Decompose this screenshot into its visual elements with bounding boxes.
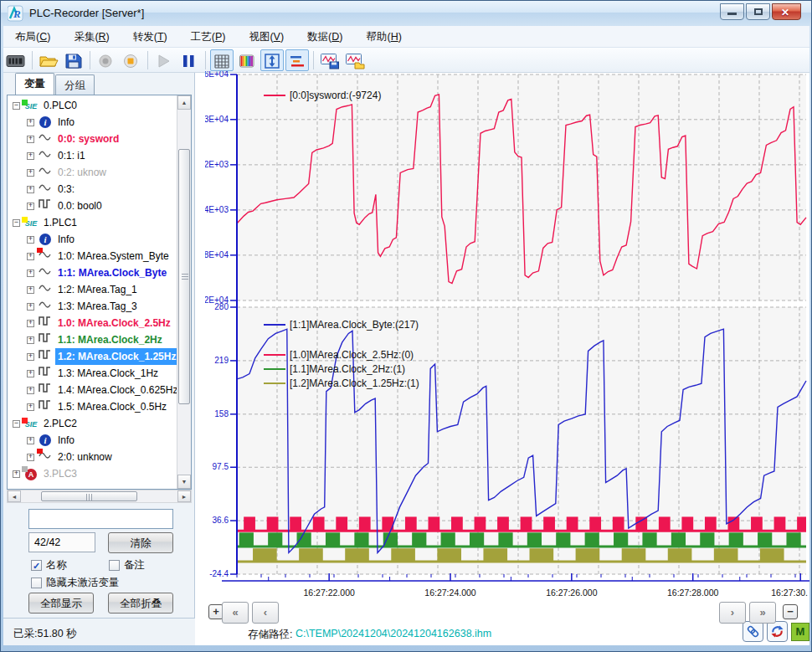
pause-icon[interactable] [177, 49, 201, 71]
fit-vertical-icon[interactable] [260, 49, 284, 71]
tree-item[interactable]: +1.1: MArea.Clock_2Hz [8, 331, 178, 348]
scroll-down-button[interactable]: ▼ [177, 475, 191, 489]
m-button[interactable]: M [791, 623, 809, 641]
tab-groups[interactable]: 分组 [55, 74, 95, 95]
expand-expander-icon[interactable]: + [27, 253, 34, 260]
tree-item[interactable]: +2:0: unknow [8, 449, 178, 465]
tree-item[interactable]: +iInfo [8, 432, 178, 449]
scroll-left-button[interactable]: ◄ [8, 490, 21, 502]
tree-item[interactable]: +1:0: MArea.System_Byte [8, 248, 178, 264]
collapse-expander-icon[interactable]: − [13, 219, 20, 227]
tree-item[interactable]: +1.2: MArea.Clock_1.25Hz [8, 348, 178, 365]
tree-item[interactable]: +1:3: MArea.Tag_3 [8, 298, 178, 315]
restore-button[interactable] [746, 3, 770, 20]
expand-expander-icon[interactable]: + [27, 270, 34, 277]
vertical-scroll-thumb[interactable] [178, 149, 190, 404]
expand-expander-icon[interactable]: + [27, 303, 34, 311]
expand-expander-icon[interactable]: + [27, 437, 34, 444]
link-button[interactable] [743, 621, 763, 642]
zoom-out-button[interactable]: − [783, 604, 798, 619]
tree-item[interactable]: +1.0: MArea.Clock_2.5Hz [8, 315, 178, 331]
search-input[interactable] [28, 509, 173, 529]
expand-expander-icon[interactable]: + [27, 336, 34, 344]
tree-item[interactable]: +iInfo [8, 114, 178, 131]
expand-expander-icon[interactable]: + [27, 236, 34, 244]
tree-item[interactable]: +iInfo [8, 231, 178, 248]
title-bar[interactable]: R PLC-Recorder [Server*] ✕ [1, 1, 812, 26]
tree-item[interactable]: +1.3: MArea.Clock_1Hz [8, 365, 178, 382]
tree-item[interactable]: +1.4: MArea.Clock_0.625Hz [8, 382, 178, 398]
close-button[interactable]: ✕ [772, 3, 801, 20]
menu-item-forward[interactable]: 转发(T) [121, 26, 179, 48]
name-checkbox[interactable]: ✓名称 [31, 558, 67, 572]
remark-checkbox[interactable]: 备注 [109, 558, 145, 572]
export-curves-icon[interactable] [343, 49, 367, 71]
tree-item[interactable]: +1:2: MArea.Tag_1 [8, 281, 178, 298]
tree-item[interactable]: −SIE1.PLC1 [8, 214, 178, 231]
palette-icon[interactable] [235, 49, 259, 71]
tree-vertical-scrollbar[interactable]: ▲ ▼ [177, 95, 191, 489]
menu-item-process[interactable]: 工艺(P) [179, 26, 238, 48]
save-curves-icon[interactable] [318, 49, 342, 71]
expand-expander-icon[interactable]: + [27, 203, 34, 210]
page-left-button[interactable]: ‹ [252, 602, 279, 624]
stop-icon[interactable] [120, 49, 143, 71]
tree-item[interactable]: +0:1: i1 [8, 147, 178, 164]
tree-item[interactable]: +1.5: MArea.Clock_0.5Hz [8, 398, 178, 415]
menu-item-layout[interactable]: 布局(C) [3, 26, 62, 48]
collapse-all-button[interactable]: 全部折叠 [108, 593, 173, 613]
menu-item-help[interactable]: 帮助(H) [354, 26, 413, 48]
scroll-up-button[interactable]: ▲ [177, 95, 191, 110]
play-icon[interactable] [152, 49, 176, 71]
open-folder-icon[interactable] [37, 49, 60, 71]
expand-expander-icon[interactable]: + [27, 454, 34, 461]
plc-panel-icon[interactable] [4, 49, 28, 71]
charts-svg[interactable]: 3.76E+042.23E+046.92E+03-8.44E+03-2.38E+… [205, 71, 809, 602]
menu-item-view[interactable]: 视图(V) [237, 26, 296, 48]
hide-inactive-checkbox[interactable]: 隐藏未激活变量 [31, 576, 120, 590]
expand-expander-icon[interactable]: + [27, 387, 34, 394]
expand-expander-icon[interactable]: + [27, 353, 34, 361]
tree-item[interactable]: +0:0: sysword [8, 131, 178, 147]
tree-item[interactable]: +0:3: [8, 181, 178, 198]
collapse-expander-icon[interactable]: − [13, 420, 20, 428]
expand-expander-icon[interactable]: + [27, 286, 34, 294]
tree-horizontal-scrollbar[interactable]: ◄ ► [7, 490, 192, 503]
tree-item[interactable]: +0.0: bool0 [8, 198, 178, 214]
expand-expander-icon[interactable]: + [27, 186, 34, 193]
expand-expander-icon[interactable]: + [27, 119, 34, 126]
save-icon[interactable] [62, 49, 85, 71]
expand-expander-icon[interactable]: + [27, 152, 34, 160]
menu-item-acquisition[interactable]: 采集(R) [62, 26, 121, 48]
expand-expander-icon[interactable]: + [27, 136, 34, 143]
page-left-fast-button[interactable]: « [222, 602, 249, 624]
expand-expander-icon[interactable]: + [27, 370, 34, 377]
curves-layout-icon[interactable] [285, 49, 309, 71]
elapsed-time: 已采:51.80 秒 [13, 627, 77, 641]
svg-text:-24.4: -24.4 [209, 569, 229, 578]
show-all-button[interactable]: 全部显示 [28, 593, 94, 613]
menu-item-data[interactable]: 数据(D) [296, 26, 354, 48]
tree-item[interactable]: +1:1: MArea.Clock_Byte [8, 264, 178, 281]
tree-item[interactable]: −SIE0.PLC0 [8, 97, 178, 114]
tree-item[interactable]: +A3.PLC3 [8, 465, 178, 482]
scroll-right-button[interactable]: ► [177, 490, 191, 502]
expand-expander-icon[interactable]: + [27, 403, 34, 411]
page-right-button[interactable]: › [719, 602, 746, 624]
chart-plot-area[interactable]: 3.76E+042.23E+046.92E+03-8.44E+03-2.38E+… [205, 71, 809, 602]
sync-button[interactable] [767, 621, 788, 642]
record-icon[interactable] [95, 49, 118, 71]
minimize-button[interactable] [720, 3, 744, 20]
close-icon: ✕ [781, 7, 789, 18]
expand-expander-icon[interactable]: + [13, 470, 20, 478]
tree-item[interactable]: +0:2: uknow [8, 164, 178, 181]
tree-item[interactable]: −SIE2.PLC2 [8, 415, 178, 432]
horizontal-scroll-thumb[interactable] [41, 491, 137, 501]
page-right-fast-button[interactable]: » [749, 602, 776, 624]
expand-expander-icon[interactable]: + [27, 169, 34, 177]
clear-button[interactable]: 清除 [108, 532, 173, 553]
collapse-expander-icon[interactable]: − [13, 102, 20, 110]
tab-variables[interactable]: 变量 [15, 73, 54, 95]
expand-expander-icon[interactable]: + [27, 320, 34, 327]
grid-icon[interactable] [210, 49, 234, 71]
